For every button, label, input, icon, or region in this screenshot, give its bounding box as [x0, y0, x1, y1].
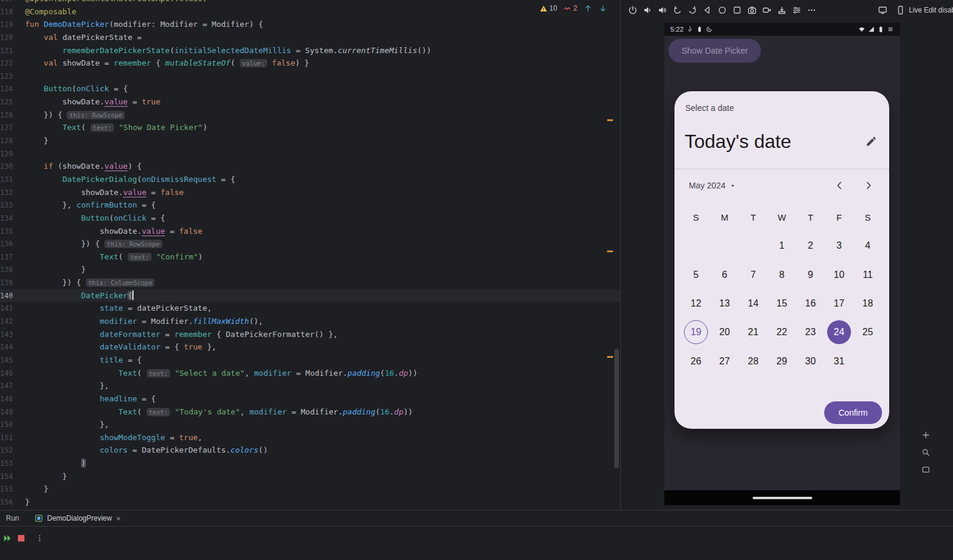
line-number[interactable]: 149 — [0, 406, 25, 419]
date-cell[interactable]: 22 — [768, 318, 796, 346]
date-cell[interactable]: 11 — [853, 261, 882, 289]
code-line[interactable]: 134 Button(onClick = { — [0, 212, 620, 225]
code-line[interactable]: 118@Composable — [0, 5, 620, 18]
line-number[interactable]: 151 — [0, 432, 25, 445]
more-options-icon[interactable] — [35, 534, 44, 543]
line-number[interactable]: 119 — [0, 18, 25, 32]
date-cell[interactable]: 7 — [739, 261, 768, 289]
code-line[interactable]: 146 Text( text: "Select a date", modifie… — [0, 367, 620, 380]
code-line[interactable]: 151 showModeToggle = true, — [0, 431, 620, 444]
home-icon[interactable] — [717, 5, 727, 15]
date-cell[interactable]: 31 — [825, 346, 853, 375]
next-problem-icon[interactable] — [599, 4, 607, 13]
line-number[interactable]: 150 — [0, 419, 25, 432]
date-cell[interactable]: 5 — [682, 261, 710, 289]
line-number[interactable]: 153 — [0, 457, 25, 471]
line-number[interactable]: 122 — [0, 57, 25, 70]
device-screen[interactable]: 5:22 Show Date Picker Select a date Toda… — [664, 23, 900, 505]
scrollbar-change-mark[interactable] — [607, 356, 613, 358]
code-line[interactable]: 129 — [0, 147, 620, 160]
date-cell[interactable]: 29 — [768, 346, 796, 375]
line-number[interactable]: 127 — [0, 122, 25, 135]
snapshot-icon[interactable] — [777, 5, 787, 15]
line-number[interactable]: 134 — [0, 212, 25, 225]
line-number[interactable]: 124 — [0, 83, 25, 96]
rotate-right-icon[interactable] — [688, 5, 697, 15]
fit-icon[interactable] — [921, 465, 930, 474]
line-number[interactable]: 138 — [0, 264, 25, 277]
code-line[interactable]: 121 rememberDatePickerState(initialSelec… — [0, 44, 620, 57]
code-line[interactable]: 144 dateValidator = { true }, — [0, 341, 620, 354]
code-line[interactable]: 153 ) — [0, 457, 620, 470]
code-line[interactable]: 132 showDate.value = false — [0, 186, 620, 199]
date-cell[interactable]: 6 — [710, 261, 739, 289]
code-line[interactable]: 150 }, — [0, 418, 620, 431]
line-number[interactable]: 126 — [0, 109, 25, 122]
power-icon[interactable] — [628, 5, 638, 15]
app-content-scrim[interactable]: Show Date Picker Select a date Today's d… — [664, 36, 900, 490]
show-date-picker-button[interactable]: Show Date Picker — [669, 39, 761, 63]
code-line[interactable]: 119fun DemoDatePicker(modifier: Modifier… — [0, 18, 620, 31]
date-cell[interactable]: 8 — [768, 261, 796, 289]
inspections-widget[interactable]: 10 2 — [540, 4, 607, 13]
confirm-button[interactable]: Confirm — [824, 401, 882, 424]
code-line[interactable]: 148 headline = { — [0, 392, 620, 406]
code-line[interactable]: 147 }, — [0, 379, 620, 392]
date-cell[interactable]: 30 — [796, 346, 825, 375]
code-line[interactable]: 137 Text( text: "Confirm") — [0, 250, 620, 264]
date-cell[interactable]: 26 — [682, 346, 710, 375]
line-number[interactable]: 121 — [0, 45, 25, 58]
previous-month-icon[interactable] — [833, 178, 847, 193]
code-line[interactable]: 155 } — [0, 482, 620, 496]
code-line[interactable]: 138 } — [0, 263, 620, 276]
warnings-indicator[interactable]: 10 — [540, 4, 557, 13]
date-cell[interactable]: 14 — [739, 289, 768, 318]
code-line[interactable]: 130 if (showDate.value) { — [0, 160, 620, 173]
date-cell[interactable]: 4 — [853, 231, 882, 260]
scrollbar-change-mark[interactable] — [607, 119, 613, 121]
date-cell[interactable]: 20 — [710, 318, 739, 346]
screenshot-icon[interactable] — [747, 5, 757, 15]
line-number[interactable]: 145 — [0, 354, 25, 367]
stop-button[interactable] — [18, 535, 24, 542]
line-number[interactable]: 148 — [0, 393, 25, 406]
code-line[interactable]: 117@OptIn(ExperimentalMaterial3Api::clas… — [0, 0, 620, 5]
plus-icon[interactable] — [921, 431, 930, 440]
code-line[interactable]: 140 DatePicker( — [0, 289, 620, 302]
line-number[interactable]: 135 — [0, 225, 25, 239]
code-line[interactable]: 145 title = { — [0, 354, 620, 367]
code-line[interactable]: 120 val datePickerState = — [0, 31, 620, 44]
code-line[interactable]: 139 }) { this: ColumnScope — [0, 276, 620, 289]
line-number[interactable]: 152 — [0, 444, 25, 457]
code-line[interactable]: 133 }, confirmButton = { — [0, 199, 620, 212]
line-number[interactable]: 141 — [0, 302, 25, 315]
code-line[interactable]: 126 }) { this: RowScope — [0, 109, 620, 122]
zoom-icon[interactable] — [921, 448, 930, 457]
code-line[interactable]: 128 } — [0, 134, 620, 147]
code-line[interactable]: 122 val showDate = remember { mutableSta… — [0, 57, 620, 70]
month-dropdown[interactable]: May 2024 — [689, 178, 736, 193]
line-number[interactable]: 154 — [0, 471, 25, 484]
volume-down-icon[interactable] — [643, 5, 652, 15]
previous-problem-icon[interactable] — [584, 4, 592, 13]
back-icon[interactable] — [703, 5, 712, 15]
line-number[interactable]: 144 — [0, 341, 25, 354]
date-cell[interactable]: 9 — [796, 261, 825, 289]
live-edit-status[interactable]: Live Edit disabled — [896, 5, 953, 15]
line-number[interactable]: 118 — [0, 6, 25, 19]
run-tab[interactable]: DemoDialogPreview × — [29, 511, 126, 526]
line-number[interactable]: 146 — [0, 367, 25, 380]
line-number[interactable]: 147 — [0, 380, 25, 393]
date-cell[interactable]: 24 — [825, 318, 853, 346]
code-line[interactable]: 131 DatePickerDialog(onDismissRequest = … — [0, 173, 620, 186]
code-line[interactable]: 124 Button(onClick = { — [0, 82, 620, 95]
line-number[interactable]: 139 — [0, 277, 25, 290]
scrollbar-change-mark[interactable] — [607, 250, 613, 252]
date-cell[interactable]: 28 — [739, 346, 768, 375]
date-cell[interactable]: 23 — [796, 318, 825, 346]
line-number[interactable]: 137 — [0, 251, 25, 264]
line-number[interactable]: 155 — [0, 483, 25, 496]
line-number[interactable]: 128 — [0, 135, 25, 148]
code-line[interactable]: 135 showDate.value = false — [0, 225, 620, 238]
date-cell[interactable]: 15 — [768, 289, 796, 318]
